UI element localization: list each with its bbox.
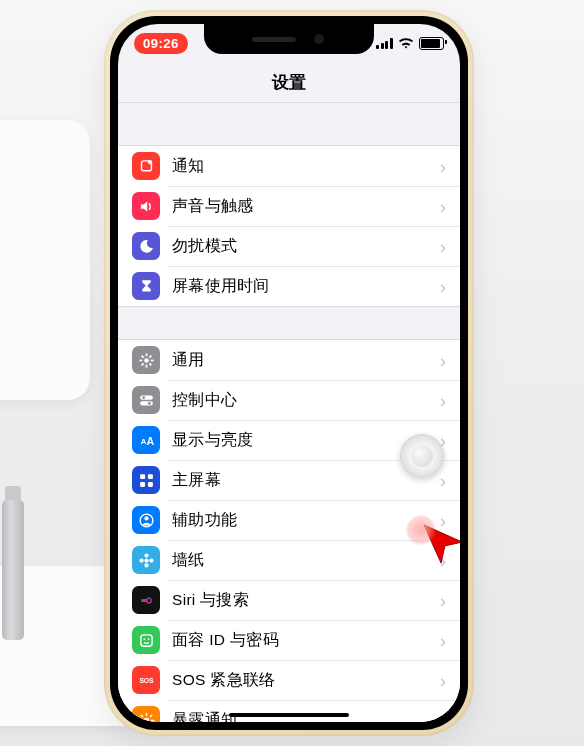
hourglass-icon [132, 272, 160, 300]
bell-icon [132, 152, 160, 180]
row-label: 勿扰模式 [172, 236, 434, 257]
row-label: SOS 紧急联络 [172, 670, 434, 691]
cursor-pointer-overlay [420, 521, 460, 571]
status-time-recording[interactable]: 09:26 [134, 33, 188, 54]
svg-rect-11 [140, 395, 153, 399]
svg-rect-19 [140, 481, 145, 486]
svg-point-24 [144, 553, 148, 557]
wifi-icon [398, 37, 414, 49]
row-label: 声音与触感 [172, 196, 434, 217]
svg-rect-17 [140, 474, 145, 479]
svg-point-2 [144, 358, 149, 363]
chevron-right-icon: › [440, 671, 446, 690]
chevron-right-icon: › [440, 197, 446, 216]
row-label: 控制中心 [172, 390, 434, 411]
chevron-right-icon: › [440, 351, 446, 370]
svg-point-30 [143, 638, 145, 640]
settings-row-faceid[interactable]: 面容 ID 与密码› [118, 620, 460, 660]
row-label: 主屏幕 [172, 470, 434, 491]
sun-icon [132, 706, 160, 722]
svg-point-23 [144, 558, 148, 562]
settings-row-sos[interactable]: SOSSOS 紧急联络› [118, 660, 460, 700]
settings-row-screentime[interactable]: 屏幕使用时间› [118, 266, 460, 306]
toggles-icon [132, 386, 160, 414]
svg-point-22 [144, 516, 148, 520]
aa-icon: AA [132, 426, 160, 454]
page-title: 设置 [272, 71, 306, 94]
svg-line-7 [141, 355, 143, 357]
svg-line-9 [141, 363, 143, 365]
settings-row-dnd[interactable]: 勿扰模式› [118, 226, 460, 266]
speaker-icon [132, 192, 160, 220]
chevron-right-icon: › [440, 237, 446, 256]
cell-signal-icon [376, 38, 393, 49]
svg-line-8 [149, 363, 151, 365]
settings-row-general[interactable]: 通用› [118, 340, 460, 380]
chevron-right-icon: › [440, 711, 446, 723]
svg-point-1 [147, 160, 151, 164]
svg-point-33 [143, 717, 149, 722]
svg-point-14 [147, 401, 150, 404]
chevron-right-icon: › [440, 277, 446, 296]
svg-rect-13 [140, 401, 153, 405]
settings-row-wallpaper[interactable]: 墙纸› [118, 540, 460, 580]
chevron-right-icon: › [440, 631, 446, 650]
chevron-right-icon: › [440, 391, 446, 410]
svg-point-31 [147, 638, 149, 640]
svg-line-10 [149, 355, 151, 357]
background-card [0, 120, 90, 400]
row-label: Siri 与搜索 [172, 590, 434, 611]
svg-point-27 [149, 558, 153, 562]
chevron-right-icon: › [440, 157, 446, 176]
settings-row-notifications[interactable]: 通知› [118, 146, 460, 186]
settings-list[interactable]: 通知›声音与触感›勿扰模式›屏幕使用时间›通用›控制中心›AA显示与亮度›主屏幕… [118, 102, 460, 722]
svg-text:A: A [146, 434, 154, 446]
chevron-right-icon: › [440, 591, 446, 610]
svg-rect-20 [147, 481, 152, 486]
row-label: 通知 [172, 156, 434, 177]
settings-row-control[interactable]: 控制中心› [118, 380, 460, 420]
assistive-touch-button[interactable] [400, 434, 444, 478]
grid-icon [132, 466, 160, 494]
svg-text:SOS: SOS [139, 677, 154, 684]
siri-icon [132, 586, 160, 614]
svg-line-38 [141, 715, 142, 716]
row-label: 辅助功能 [172, 510, 434, 531]
settings-row-sounds[interactable]: 声音与触感› [118, 186, 460, 226]
gear-icon [132, 346, 160, 374]
person-icon [132, 506, 160, 534]
svg-point-26 [139, 558, 143, 562]
svg-line-41 [150, 715, 151, 716]
row-label: 显示与亮度 [172, 430, 434, 451]
row-label: 通用 [172, 350, 434, 371]
face-icon [132, 626, 160, 654]
settings-row-exposure[interactable]: 暴露通知› [118, 700, 460, 722]
phone-frame: 09:26 设置 通知›声音与触感›勿扰模式›屏幕使用时间›通用›控制中心›AA… [104, 10, 474, 736]
battery-icon [419, 37, 444, 50]
settings-row-siri[interactable]: Siri 与搜索› [118, 580, 460, 620]
moon-icon [132, 232, 160, 260]
home-indicator[interactable] [229, 713, 349, 717]
svg-point-25 [144, 563, 148, 567]
settings-group: 通知›声音与触感›勿扰模式›屏幕使用时间› [118, 145, 460, 307]
notch [204, 24, 374, 54]
row-label: 墙纸 [172, 550, 434, 571]
svg-point-12 [142, 396, 145, 399]
stylus-prop [2, 500, 24, 640]
svg-rect-18 [147, 474, 152, 479]
chevron-right-icon: › [440, 471, 446, 490]
nav-title: 设置 [118, 62, 460, 102]
row-label: 屏幕使用时间 [172, 276, 434, 297]
svg-rect-29 [140, 634, 151, 645]
phone-screen: 09:26 设置 通知›声音与触感›勿扰模式›屏幕使用时间›通用›控制中心›AA… [118, 24, 460, 722]
row-label: 面容 ID 与密码 [172, 630, 434, 651]
sos-icon: SOS [132, 666, 160, 694]
flower-icon [132, 546, 160, 574]
